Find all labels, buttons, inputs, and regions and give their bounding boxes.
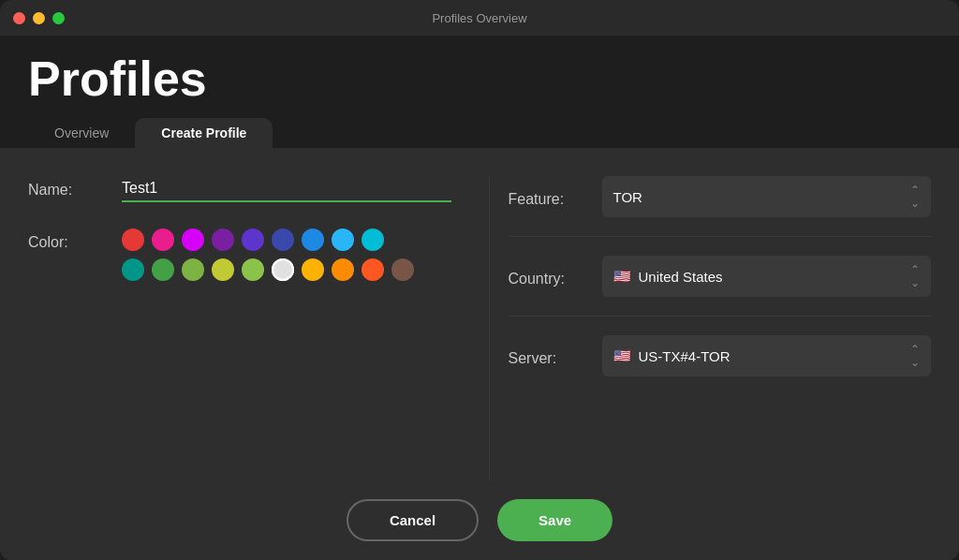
color-label: Color:: [28, 228, 122, 251]
color-deep-orange[interactable]: [361, 258, 384, 281]
color-control: [122, 228, 451, 281]
color-row: Color:: [28, 228, 451, 281]
color-deep-purple[interactable]: [242, 228, 264, 251]
color-magenta[interactable]: [182, 228, 204, 251]
server-select[interactable]: 🇺🇸 US-TX#4-TOR ⌃⌄: [602, 335, 932, 376]
color-light-green[interactable]: [182, 258, 204, 281]
header: Profiles Overview Create Profile: [0, 36, 959, 148]
color-yellow-green[interactable]: [242, 258, 264, 281]
app-window: Profiles Overview Profiles Overview Crea…: [0, 0, 959, 560]
color-cyan[interactable]: [361, 228, 384, 251]
name-label: Name:: [28, 176, 122, 199]
color-red[interactable]: [122, 228, 144, 251]
button-row: Cancel Save: [28, 499, 931, 541]
color-brown[interactable]: [391, 258, 414, 281]
name-control: [122, 176, 451, 202]
feature-row: Feature: TOR ⌃⌄: [509, 176, 932, 237]
color-teal[interactable]: [122, 258, 144, 281]
save-button[interactable]: Save: [497, 499, 612, 541]
color-indigo[interactable]: [272, 228, 294, 251]
color-white[interactable]: [272, 258, 294, 281]
right-section: Feature: TOR ⌃⌄ Country: 🇺🇸 United State…: [489, 176, 932, 480]
country-chevron-icon: ⌃⌄: [910, 263, 920, 289]
color-pink[interactable]: [152, 228, 174, 251]
color-purple[interactable]: [212, 228, 234, 251]
window-title: Profiles Overview: [432, 11, 526, 25]
color-lime[interactable]: [212, 258, 234, 281]
left-section: Name: Color:: [28, 176, 489, 480]
server-flag: 🇺🇸: [613, 347, 631, 364]
country-label: Country:: [509, 265, 602, 287]
title-bar: Profiles Overview: [0, 0, 959, 36]
feature-chevron-icon: ⌃⌄: [910, 184, 920, 210]
feature-select[interactable]: TOR ⌃⌄: [602, 176, 932, 217]
content-area: Name: Color:: [0, 148, 959, 560]
tab-overview[interactable]: Overview: [28, 118, 135, 148]
country-select[interactable]: 🇺🇸 United States ⌃⌄: [602, 256, 932, 297]
country-flag: 🇺🇸: [613, 268, 631, 285]
server-row: Server: 🇺🇸 US-TX#4-TOR ⌃⌄: [509, 335, 932, 395]
color-green[interactable]: [152, 258, 174, 281]
close-button[interactable]: [13, 12, 25, 24]
color-orange[interactable]: [332, 258, 354, 281]
server-value: 🇺🇸 US-TX#4-TOR: [613, 347, 730, 364]
tabs: Overview Create Profile: [28, 118, 931, 148]
color-row-1: [122, 228, 451, 251]
name-input[interactable]: [122, 176, 451, 202]
feature-label: Feature:: [509, 185, 602, 208]
form-area: Name: Color:: [28, 176, 931, 480]
minimize-button[interactable]: [33, 12, 45, 24]
color-grid: [122, 228, 451, 281]
color-amber[interactable]: [302, 258, 324, 281]
maximize-button[interactable]: [52, 12, 65, 24]
feature-value: TOR: [613, 189, 642, 205]
name-row: Name:: [28, 176, 451, 202]
server-chevron-icon: ⌃⌄: [910, 343, 920, 369]
tab-create-profile[interactable]: Create Profile: [135, 118, 273, 148]
color-light-blue[interactable]: [332, 228, 354, 251]
color-blue[interactable]: [302, 228, 324, 251]
server-label: Server:: [509, 345, 602, 367]
cancel-button[interactable]: Cancel: [347, 499, 479, 541]
color-row-2: [122, 258, 451, 281]
country-value: 🇺🇸 United States: [613, 268, 723, 285]
country-row: Country: 🇺🇸 United States ⌃⌄: [509, 256, 932, 317]
page-title: Profiles: [28, 54, 931, 103]
traffic-lights: [13, 12, 65, 24]
